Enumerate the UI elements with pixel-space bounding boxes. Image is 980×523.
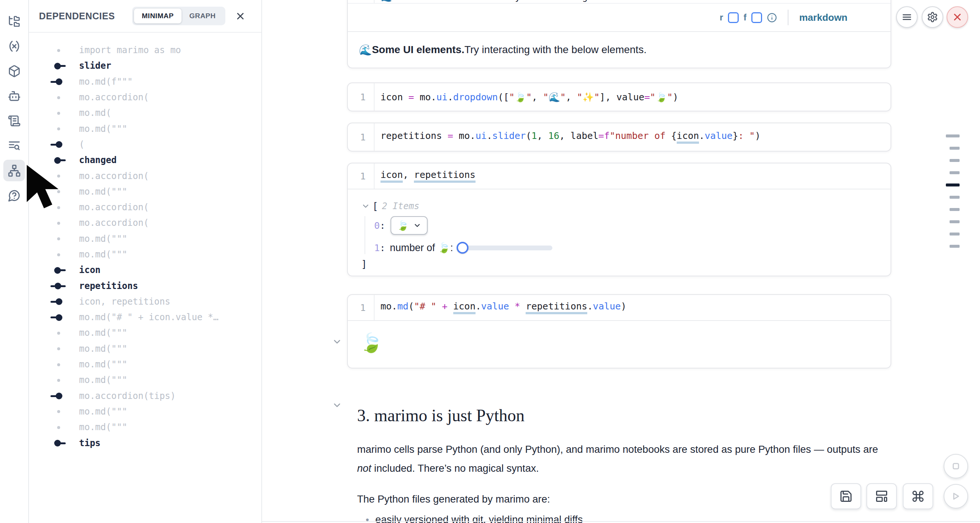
code-token[interactable]: ,: [566, 92, 577, 102]
code-token[interactable]: 1: [531, 131, 537, 141]
minimap-item[interactable]: mo.accordion(: [29, 168, 261, 183]
code-editor[interactable]: 1 icon = mo.ui.dropdown(["🍃", "🌊", "✨"],…: [348, 83, 891, 111]
code-token[interactable]: *: [514, 301, 520, 312]
code-token[interactable]: =: [448, 131, 453, 141]
minimap-item[interactable]: mo.md("# " + icon.value *…: [29, 309, 261, 325]
code-token[interactable]: [520, 301, 526, 312]
minimap-item[interactable]: mo.md(""": [29, 404, 261, 419]
minimap-item[interactable]: mo.md(""": [29, 357, 261, 372]
menu-button[interactable]: [896, 6, 918, 28]
code-token[interactable]: =: [644, 92, 650, 102]
code-token[interactable]: [509, 301, 514, 312]
package-icon[interactable]: [3, 60, 25, 82]
code-token[interactable]: ): [755, 131, 760, 141]
minimap-item[interactable]: tips: [29, 435, 261, 451]
outline-mark[interactable]: [950, 147, 959, 150]
bot-icon[interactable]: [3, 85, 25, 107]
chevron-down-icon[interactable]: [332, 336, 342, 348]
code-token[interactable]: "🍃": [509, 92, 531, 102]
code-token[interactable]: ui: [436, 92, 448, 102]
minimap-item[interactable]: mo.accordion(: [29, 89, 261, 105]
code-token[interactable]: mo.: [414, 92, 436, 102]
code-editor[interactable]: 1 🌊 Some UI elements. Try interacting wi…: [348, 0, 891, 4]
code-editor[interactable]: 1 repetitions = mo.ui.slider(1, 16, labe…: [348, 123, 891, 151]
minimap-item[interactable]: mo.md(: [29, 105, 261, 121]
code-token[interactable]: repetitions: [414, 169, 476, 183]
code-editor-line[interactable]: icon, repetitions: [375, 169, 476, 183]
minimap-item[interactable]: mo.accordion(: [29, 215, 261, 231]
icon-dropdown[interactable]: 🍃: [390, 216, 428, 235]
minimap-item[interactable]: mo.accordion(: [29, 199, 261, 215]
save-button[interactable]: [831, 483, 861, 509]
minimap-item[interactable]: mo.md(""": [29, 184, 261, 199]
outline-mark[interactable]: [950, 171, 959, 174]
minimap-item[interactable]: mo.md(""": [29, 372, 261, 388]
code-token[interactable]: ,: [537, 131, 548, 141]
code-token[interactable]: icon: [453, 301, 476, 314]
minimap-item[interactable]: repetitions: [29, 278, 261, 293]
minimap-item[interactable]: mo.md(""": [29, 325, 261, 341]
r-checkbox[interactable]: [728, 12, 739, 23]
f-checkbox[interactable]: [751, 12, 762, 23]
code-token[interactable]: (: [526, 131, 531, 141]
code-token[interactable]: icon: [677, 131, 699, 144]
code-token[interactable]: [436, 301, 442, 312]
list-search-icon[interactable]: [3, 135, 25, 156]
chevron-down-icon[interactable]: [361, 202, 370, 210]
code-token[interactable]: : ": [738, 131, 755, 141]
chevron-down-icon[interactable]: [332, 400, 342, 412]
outline-mark[interactable]: [950, 233, 959, 236]
code-editor-line[interactable]: 🌊 Some UI elements. Try interacting with…: [375, 0, 727, 3]
code-token[interactable]: {: [671, 131, 677, 141]
stop-button[interactable]: [943, 454, 968, 478]
code-token[interactable]: "✨": [577, 92, 600, 102]
outline-mark[interactable]: [950, 196, 959, 199]
minimap-item[interactable]: mo.md(""": [29, 231, 261, 247]
outline-mark[interactable]: [950, 159, 959, 162]
outline-mark[interactable]: [950, 245, 959, 248]
minimap-item[interactable]: mo.md(f""": [29, 74, 261, 89]
close-icon[interactable]: [235, 11, 246, 22]
code-token[interactable]: slider: [492, 131, 526, 141]
minimap-item[interactable]: changed: [29, 152, 261, 168]
minimap-item[interactable]: import marimo as mo: [29, 42, 261, 58]
dependencies-icon[interactable]: [3, 160, 25, 181]
code-token[interactable]: value: [481, 301, 509, 312]
code-token[interactable]: [448, 301, 453, 312]
code-token[interactable]: , label: [559, 131, 598, 141]
run-button[interactable]: [943, 484, 968, 509]
shortcuts-button[interactable]: [903, 483, 933, 509]
slider-knob[interactable]: [457, 242, 468, 254]
outline-mark[interactable]: [950, 208, 959, 211]
minimap-item[interactable]: mo.md(""": [29, 247, 261, 262]
code-token[interactable]: ui: [476, 131, 487, 141]
code-token[interactable]: ): [673, 92, 678, 102]
code-token[interactable]: (: [408, 301, 414, 312]
code-token[interactable]: .: [476, 301, 481, 312]
code-editor[interactable]: 1 mo.md("# " + icon.value * repetitions.…: [348, 295, 891, 321]
code-token[interactable]: md: [397, 301, 408, 312]
code-token[interactable]: ,: [532, 92, 543, 102]
code-token[interactable]: ([: [498, 92, 509, 102]
file-tree-icon[interactable]: [3, 10, 25, 32]
code-token[interactable]: +: [442, 301, 448, 312]
code-token[interactable]: mo.: [380, 301, 397, 312]
code-token[interactable]: =: [408, 92, 414, 102]
code-editor-line[interactable]: mo.md("# " + icon.value * repetitions.va…: [375, 301, 626, 314]
layout-button[interactable]: [866, 483, 897, 509]
code-token[interactable]: .: [448, 92, 453, 102]
outline-mark[interactable]: [950, 220, 959, 223]
language-label[interactable]: markdown: [799, 12, 848, 23]
tab-graph[interactable]: GRAPH: [181, 8, 223, 23]
help-icon[interactable]: [3, 185, 25, 206]
variables-icon[interactable]: [3, 35, 25, 57]
minimap-item[interactable]: slider: [29, 58, 261, 73]
code-token[interactable]: .: [699, 131, 705, 141]
code-token[interactable]: 16: [548, 131, 559, 141]
code-token[interactable]: f: [604, 131, 609, 141]
tab-minimap[interactable]: MINIMAP: [134, 8, 181, 23]
minimap-item[interactable]: mo.md(""": [29, 341, 261, 357]
minimap-item[interactable]: icon, repetitions: [29, 294, 261, 309]
code-token[interactable]: }: [732, 131, 738, 141]
info-icon[interactable]: [767, 13, 777, 23]
